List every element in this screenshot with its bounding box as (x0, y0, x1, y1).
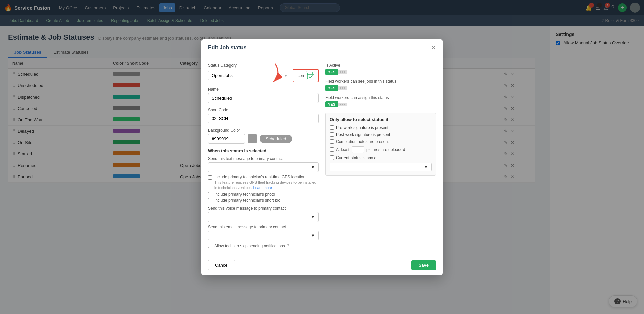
yes-label: YES (325, 101, 338, 107)
icon-label-text: Icon (296, 73, 304, 78)
fw-see-group: Field workers can see jobs in this statu… (325, 79, 436, 91)
fw-see-label: Field workers can see jobs in this statu… (325, 79, 436, 84)
select-arrow-icon: ▼ (284, 74, 287, 77)
status-category-label: Status Category (208, 63, 319, 68)
send-text-label: Send this text message to primary contac… (208, 156, 319, 161)
name-group: Name (208, 87, 319, 103)
bg-color-input[interactable] (208, 134, 245, 144)
toggle-handle (338, 70, 347, 74)
bg-color-label: Background Color (208, 128, 319, 133)
at-least-text: At least (336, 147, 350, 152)
modal-right: Is Active YES Field workers can see jobs… (325, 63, 436, 190)
status-preview-badge: Scheduled (260, 135, 292, 143)
current-status-label: Current status is any of: (336, 155, 379, 160)
send-text-group: Send this text message to primary contac… (208, 156, 319, 172)
condition-postwork[interactable]: Post-work signature is present (330, 132, 432, 137)
gps-note: This feature requires GPS fleet tracking… (214, 180, 319, 190)
modal: Edit Job status ✕ Status Category Open J… (201, 39, 443, 190)
status-category-select[interactable]: Open Jobs (208, 71, 289, 80)
pictures-count-input[interactable] (352, 146, 364, 153)
modal-title: Edit Job status (208, 45, 247, 51)
icon-box[interactable]: Icon (293, 69, 319, 82)
only-allow-title: Only allow to select status if: (330, 117, 432, 122)
modal-overlay[interactable]: Edit Job status ✕ Status Category Open J… (0, 0, 644, 190)
fw-assign-group: Field workers can assign this status YES (325, 95, 436, 107)
condition-current-status[interactable]: Current status is any of: (330, 155, 432, 160)
modal-header: Edit Job status ✕ (201, 39, 443, 56)
icon-preview-box (306, 71, 315, 80)
bg-color-group: Background Color Scheduled (208, 128, 319, 144)
pictures-checkbox[interactable] (330, 147, 334, 152)
fw-see-toggle[interactable]: YES (325, 85, 347, 91)
modal-close-button[interactable]: ✕ (431, 44, 436, 51)
modal-left: Status Category Open Jobs ✕ ▼ Icon (208, 63, 319, 190)
svg-rect-0 (307, 73, 314, 79)
short-code-group: Short Code (208, 108, 319, 123)
current-status-dropdown[interactable]: ▼ (330, 163, 432, 171)
calendar-check-icon (307, 72, 314, 79)
fw-assign-toggle[interactable]: YES (325, 101, 347, 107)
toggle-handle (338, 103, 347, 106)
gps-checkbox-row: Include primary technician's real-time G… (208, 175, 319, 190)
condition-prework[interactable]: Pre-work signature is present (330, 125, 432, 130)
prework-label: Pre-work signature is present (336, 125, 388, 130)
completion-checkbox[interactable] (330, 139, 334, 144)
pictures-suffix: pictures are uploaded (366, 147, 405, 152)
current-status-arrow-icon: ▼ (424, 165, 428, 169)
short-code-label: Short Code (208, 108, 319, 112)
name-input[interactable] (208, 93, 319, 103)
yes-label: YES (325, 69, 338, 75)
when-selected-label: When this status is selected (208, 148, 319, 153)
gps-checkbox[interactable] (208, 175, 212, 180)
gps-label: Include primary technician's real-time G… (214, 175, 305, 179)
short-code-input[interactable] (208, 114, 319, 123)
learn-more-link[interactable]: Learn more (253, 186, 272, 190)
send-text-arrow-icon: ▼ (311, 165, 315, 170)
name-label: Name (208, 87, 319, 92)
color-swatch[interactable] (248, 134, 257, 143)
status-category-group: Status Category Open Jobs ✕ ▼ Icon (208, 63, 319, 82)
postwork-checkbox[interactable] (330, 132, 334, 137)
only-allow-box: Only allow to select status if: Pre-work… (325, 113, 436, 176)
when-selected-section: When this status is selected Send this t… (208, 148, 319, 190)
completion-label: Completion notes are present (336, 139, 389, 144)
modal-body: Status Category Open Jobs ✕ ▼ Icon (201, 56, 443, 190)
prework-checkbox[interactable] (330, 125, 334, 130)
is-active-toggle[interactable]: YES (325, 69, 347, 75)
current-status-checkbox[interactable] (330, 155, 334, 160)
postwork-label: Post-work signature is present (336, 132, 390, 137)
fw-assign-label: Field workers can assign this status (325, 95, 436, 100)
is-active-label: Is Active (325, 63, 436, 68)
yes-label: YES (325, 85, 338, 91)
send-text-dropdown[interactable]: ▼ (208, 162, 319, 172)
toggle-handle (338, 86, 347, 90)
select-clear-icon[interactable]: ✕ (279, 73, 282, 78)
is-active-group: Is Active YES (325, 63, 436, 75)
condition-completion[interactable]: Completion notes are present (330, 139, 432, 144)
condition-pictures[interactable]: At least pictures are uploaded (330, 146, 432, 153)
